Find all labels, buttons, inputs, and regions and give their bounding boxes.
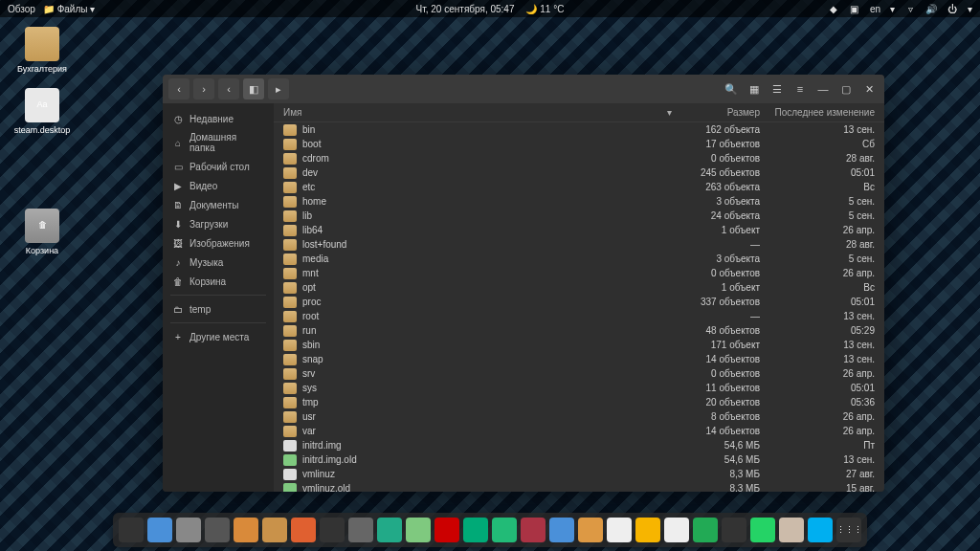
column-headers[interactable]: Имя ▾ Размер Последнее изменение (274, 103, 884, 122)
dock-archive[interactable] (262, 518, 287, 542)
file-row[interactable]: cdrom0 объектов28 авг. (274, 151, 884, 165)
desktop-icon-file[interactable]: Aasteam.desktop (13, 88, 71, 136)
file-row[interactable]: sys11 объектов05:01 (274, 381, 884, 395)
file-row[interactable]: root—13 сен. (274, 309, 884, 323)
file-date: 26 апр. (760, 268, 875, 278)
file-size: 8,3 МБ (674, 469, 760, 479)
file-row[interactable]: proc337 объектов05:01 (274, 295, 884, 309)
activities-button[interactable]: Обзор (8, 4, 35, 14)
sidebar-item-folder[interactable]: 🗀temp (163, 299, 274, 319)
view-grid-button[interactable]: ▦ (745, 79, 764, 99)
file-row[interactable]: initrd.img54,6 МБПт (274, 438, 884, 452)
sidebar-item-image[interactable]: 🖼Изображения (163, 233, 274, 253)
file-row[interactable]: initrd.img.old54,6 МБ13 сен. (274, 452, 884, 467)
desktop-icon-folder[interactable]: Бухгалтерия (13, 27, 71, 75)
file-row[interactable]: var14 объектов26 апр. (274, 424, 884, 438)
file-date: 13 сен. (760, 340, 875, 350)
folder-icon (283, 397, 297, 408)
dock-settings[interactable] (348, 518, 373, 542)
dock-whatsapp[interactable] (750, 518, 775, 542)
maximize-button[interactable]: ▢ (836, 79, 856, 99)
sidebar-item-desktop[interactable]: ▭Рабочий стол (163, 157, 274, 176)
desktop-icon-trash[interactable]: 🗑Корзина (13, 209, 71, 256)
file-row[interactable]: mnt0 объектов26 апр. (274, 266, 884, 280)
sidebar-item-music[interactable]: ♪Музыка (163, 253, 274, 272)
dock-bulb[interactable] (635, 518, 660, 542)
dropbox-icon[interactable]: ◆ (828, 3, 839, 14)
dock-text-editor[interactable] (176, 518, 201, 542)
sidebar-item-video[interactable]: ▶Видео (163, 176, 274, 195)
minimize-button[interactable]: — (813, 79, 833, 99)
file-row[interactable]: boot17 объектовСб (274, 137, 884, 151)
path-root-button[interactable]: ◧ (243, 78, 264, 99)
file-row[interactable]: snap14 объектов13 сен. (274, 352, 884, 366)
dock-vscode[interactable] (492, 518, 517, 542)
file-row[interactable]: vmlinuz8,3 МБ27 авг. (274, 467, 884, 481)
wifi-icon[interactable]: ▿ (904, 3, 916, 14)
file-row[interactable]: run48 объектов05:29 (274, 323, 884, 338)
window-titlebar[interactable]: ‹ › ‹ ◧ ▸ 🔍 ▦ ☰ ≡ — ▢ ✕ (163, 75, 884, 103)
dock-skype[interactable] (808, 518, 833, 542)
file-name: tmp (302, 397, 674, 408)
dock-app2[interactable] (549, 518, 574, 542)
dock-gmail[interactable] (664, 518, 689, 542)
file-row[interactable]: lib641 объект26 апр. (274, 223, 884, 237)
dock-calculator[interactable] (205, 518, 230, 542)
nav-back-button[interactable]: ‹ (168, 78, 189, 99)
file-row[interactable]: lost+found—28 авг. (274, 237, 884, 252)
search-button[interactable]: 🔍 (722, 79, 741, 99)
sidebar-item-clock[interactable]: ◷Недавние (163, 109, 274, 128)
folder-icon (283, 153, 297, 165)
dock-youtube[interactable] (434, 518, 459, 542)
file-row[interactable]: vmlinuz.old8,3 МБ15 авг. (274, 481, 884, 492)
dock-browser[interactable] (406, 518, 431, 542)
col-name-header[interactable]: Имя (283, 107, 664, 118)
sidebar-item-trash[interactable]: 🗑Корзина (163, 272, 274, 291)
weather-indicator[interactable]: 🌙 11 °C (525, 4, 564, 14)
close-button[interactable]: ✕ (859, 79, 879, 99)
nav-up-button[interactable]: ‹ (218, 78, 239, 99)
path-segment-button[interactable]: ▸ (268, 78, 289, 99)
sidebar-item-doc[interactable]: 🗎Документы (163, 195, 274, 214)
file-row[interactable]: bin162 объекта13 сен. (274, 122, 884, 137)
view-list-button[interactable]: ☰ (768, 79, 787, 99)
file-row[interactable]: opt1 объектВс (274, 280, 884, 295)
dock-apps[interactable]: ⋮⋮⋮ (836, 518, 861, 542)
col-size-header[interactable]: Размер (674, 107, 760, 118)
file-row[interactable]: etc263 объектаВс (274, 180, 884, 194)
file-row[interactable]: home3 объекта5 сен. (274, 194, 884, 209)
file-row[interactable]: lib24 объекта5 сен. (274, 209, 884, 223)
dock-aptik[interactable] (234, 518, 258, 542)
col-modified-header[interactable]: Последнее изменение (760, 107, 875, 118)
app-menu[interactable]: 📁 Файлы ▾ (43, 4, 95, 14)
file-row[interactable]: sbin171 объект13 сен. (274, 338, 884, 352)
dock-app1[interactable] (521, 518, 546, 542)
dock-notes[interactable] (779, 518, 804, 542)
tray-icon[interactable]: ▣ (849, 3, 860, 14)
dock-skype2[interactable] (693, 518, 718, 542)
sidebar-item-home[interactable]: ⌂Домашняя папка (163, 128, 274, 157)
clock[interactable]: Чт, 20 сентября, 05:47 (416, 4, 515, 14)
nav-forward-button[interactable]: › (193, 78, 214, 99)
volume-icon[interactable]: 🔊 (925, 3, 937, 14)
file-row[interactable]: dev245 объектов05:01 (274, 165, 884, 180)
dock-chrome[interactable] (578, 518, 603, 542)
dock-files[interactable] (147, 518, 172, 542)
file-row[interactable]: media3 объекта5 сен. (274, 252, 884, 266)
power-icon[interactable]: ⏻ (947, 3, 958, 14)
sidebar-item-download[interactable]: ⬇Загрузки (163, 214, 274, 233)
sidebar-separator (170, 322, 266, 323)
dock-wps[interactable] (377, 518, 402, 542)
dock-steam[interactable] (320, 518, 345, 542)
keyboard-layout[interactable]: en (870, 4, 880, 14)
dock-software[interactable] (291, 518, 316, 542)
dock-calendar[interactable] (607, 518, 632, 542)
dock-terminal[interactable] (119, 518, 144, 542)
file-row[interactable]: tmp20 объектов05:36 (274, 395, 884, 409)
file-row[interactable]: usr8 объектов26 апр. (274, 409, 884, 424)
hamburger-menu-button[interactable]: ≡ (791, 79, 810, 99)
file-row[interactable]: srv0 объектов26 апр. (274, 366, 884, 381)
dock-sublime[interactable] (722, 518, 746, 542)
dock-drive[interactable] (463, 518, 488, 542)
sidebar-other-places[interactable]: +Другие места (163, 327, 274, 346)
